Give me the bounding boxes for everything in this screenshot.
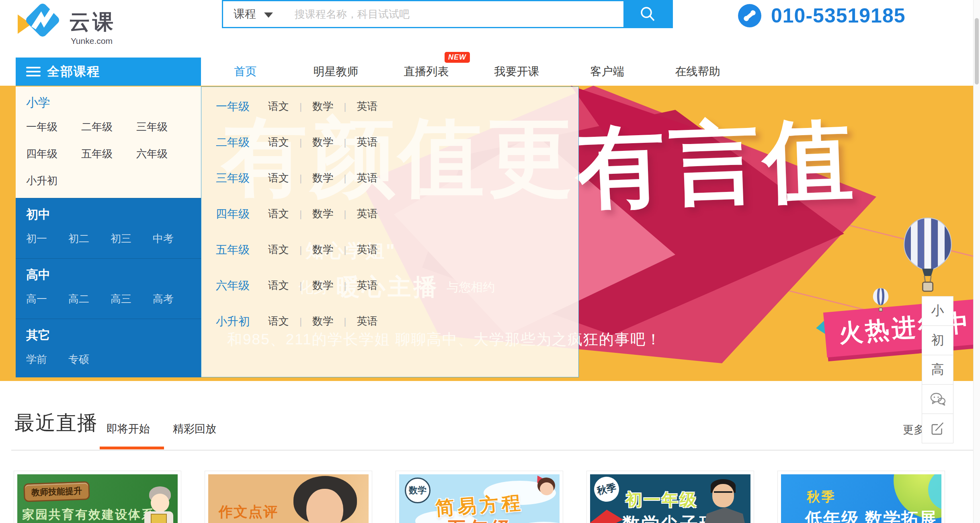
new-badge: NEW [445, 52, 470, 63]
nav-item-teachers[interactable]: 明星教师 [291, 58, 381, 86]
flyout-subject-link[interactable]: 语文 [268, 99, 289, 113]
search-button[interactable] [623, 1, 672, 27]
category-item[interactable]: 初二 [68, 232, 111, 246]
flyout-grade-link[interactable]: 二年级 [216, 135, 268, 150]
tab-upcoming[interactable]: 即将开始 [107, 422, 150, 436]
separator: | [344, 101, 346, 112]
category-item[interactable]: 高一 [26, 292, 68, 306]
flyout-subject-link[interactable]: 数学 [312, 99, 333, 113]
separator: | [344, 244, 346, 255]
category-section-junior-high: 初中 初一 初二 初三 中考 [16, 198, 201, 258]
chevron-down-icon [264, 12, 273, 18]
category-item[interactable]: 高三 [111, 292, 153, 306]
card-badge: 秋季 [807, 488, 836, 506]
nav-item-open-course[interactable]: 我要开课 [472, 58, 562, 86]
search-category-dropdown[interactable]: 课程 [223, 1, 289, 27]
course-card[interactable]: 教师技能提升 家园共育有效建设体系 [14, 471, 181, 523]
banner-headline-right: 有言值 [574, 114, 859, 213]
category-item[interactable]: 小升初 [26, 174, 81, 188]
all-courses-button[interactable]: 全部课程 [16, 58, 201, 86]
scrollbar-track[interactable] [973, 0, 980, 523]
floatbar-senior[interactable]: 高 [922, 355, 953, 385]
course-card[interactable]: 秋季 初一年级 数学尖子班 [586, 471, 754, 523]
category-item[interactable]: 四年级 [26, 147, 81, 161]
nav-item-live-list[interactable]: 直播列表 NEW [381, 58, 472, 86]
category-item[interactable]: 高二 [68, 292, 111, 306]
section-title[interactable]: 小学 [16, 86, 201, 111]
hot-air-balloon-small-icon [871, 288, 890, 313]
floatbar-primary[interactable]: 小 [922, 296, 953, 326]
card-title: 家园共育有效建设体系 [22, 507, 155, 523]
flyout-subject-link[interactable]: 英语 [357, 135, 377, 149]
tab-replay[interactable]: 精彩回放 [173, 422, 216, 436]
separator: | [344, 208, 346, 220]
scrollbar-thumb[interactable] [975, 18, 979, 84]
flyout-subject-link[interactable]: 语文 [268, 243, 289, 257]
more-link[interactable]: 更多 [903, 422, 925, 437]
flyout-subject-link[interactable]: 英语 [357, 99, 377, 113]
flyout-row: 二年级 语文 | 数学 | 英语 [201, 124, 578, 160]
flyout-grade-link[interactable]: 三年级 [216, 171, 268, 186]
course-card[interactable]: 数学 简易方程 五年级 [396, 471, 563, 523]
section-title[interactable]: 初中 [16, 198, 201, 223]
flyout-subject-link[interactable]: 英语 [357, 171, 377, 185]
card-badge: 数学 [405, 478, 431, 503]
floatbar-chat[interactable] [922, 384, 953, 414]
flyout-subject-link[interactable]: 数学 [312, 171, 333, 185]
flyout-subject-link[interactable]: 语文 [268, 314, 289, 328]
separator: | [299, 280, 302, 291]
separator: | [344, 173, 346, 184]
search-input[interactable] [289, 1, 623, 27]
section-title[interactable]: 其它 [16, 319, 201, 344]
flyout-subject-link[interactable]: 英语 [357, 243, 377, 257]
flyout-subject-link[interactable]: 语文 [268, 171, 289, 185]
course-card[interactable]: 作文点评 足不出户轻松学作文 [205, 471, 372, 523]
separator: | [299, 173, 302, 184]
nav-item-home[interactable]: 首页 [200, 58, 291, 86]
floatbar-feedback[interactable] [922, 414, 953, 443]
flyout-grade-link[interactable]: 一年级 [216, 99, 268, 114]
separator: | [344, 280, 346, 291]
category-item[interactable]: 中考 [153, 232, 195, 246]
main-navbar: 全部课程 首页 明星教师 直播列表 NEW 我要开课 客户端 在线帮助 [0, 58, 980, 86]
nav-item-client[interactable]: 客户端 [562, 58, 652, 86]
hot-air-balloon-icon [900, 217, 956, 296]
flyout-subject-link[interactable]: 英语 [357, 314, 377, 328]
flyout-subject-link[interactable]: 数学 [312, 278, 333, 292]
category-item[interactable]: 五年级 [81, 147, 136, 161]
category-item[interactable]: 二年级 [81, 120, 136, 134]
course-card[interactable]: 秋季 低年级 数学拓展班 [777, 471, 945, 523]
floatbar-junior[interactable]: 初 [922, 325, 953, 355]
category-item[interactable]: 初三 [111, 232, 153, 246]
flyout-subject-link[interactable]: 语文 [268, 278, 289, 292]
flyout-subject-link[interactable]: 数学 [312, 243, 333, 257]
card-title: 初一年级 [625, 489, 698, 511]
flyout-subject-link[interactable]: 英语 [357, 207, 377, 221]
category-item[interactable]: 高考 [153, 292, 195, 306]
flyout-grade-link[interactable]: 五年级 [216, 242, 268, 257]
search-bar: 课程 [222, 0, 673, 28]
flyout-subject-link[interactable]: 数学 [312, 207, 333, 221]
section-divider [11, 450, 980, 451]
flyout-subject-link[interactable]: 语文 [268, 207, 289, 221]
flyout-grade-link[interactable]: 四年级 [216, 206, 268, 222]
card-badge: 教师技能提升 [23, 481, 90, 502]
flyout-grade-link[interactable]: 小升初 [216, 314, 268, 329]
flyout-subject-link[interactable]: 数学 [312, 135, 333, 149]
category-item[interactable]: 学前 [26, 352, 68, 367]
category-item[interactable]: 初一 [26, 232, 68, 246]
flyout-subject-link[interactable]: 语文 [268, 135, 289, 149]
card-title-line2: 数学尖子班 [622, 512, 719, 523]
category-item[interactable]: 一年级 [26, 120, 81, 134]
nav-item-help[interactable]: 在线帮助 [652, 58, 743, 86]
active-tab-indicator [100, 447, 164, 449]
category-section-other: 其它 学前 专硕 [16, 319, 201, 377]
flyout-subject-link[interactable]: 英语 [357, 278, 377, 292]
search-icon [638, 5, 657, 23]
flyout-grade-link[interactable]: 六年级 [216, 278, 268, 293]
category-item[interactable]: 六年级 [136, 147, 191, 161]
flyout-subject-link[interactable]: 数学 [312, 314, 333, 328]
category-item[interactable]: 三年级 [136, 120, 191, 134]
section-title[interactable]: 高中 [16, 259, 201, 283]
category-item[interactable]: 专硕 [68, 352, 111, 367]
